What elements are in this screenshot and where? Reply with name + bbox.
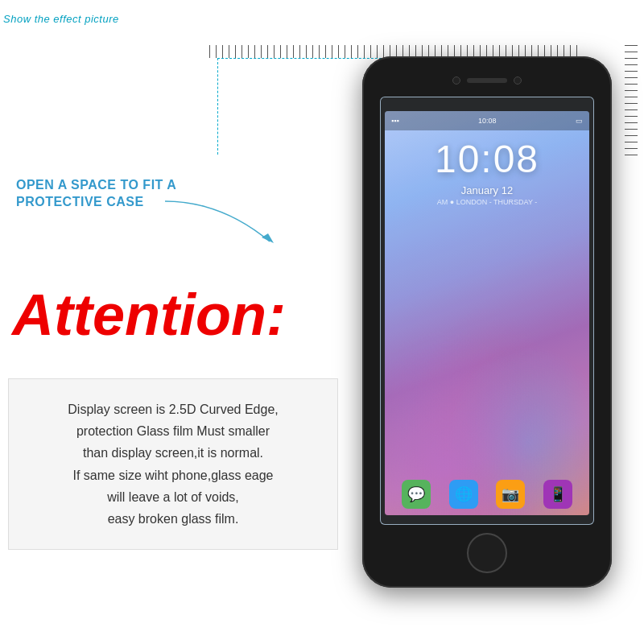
home-button (467, 533, 507, 573)
status-left-icons: ▪▪▪ (391, 117, 399, 125)
light-sensor (514, 76, 522, 85)
phone-container: ▪▪▪ 10:08 ▭ 10:08 January 12 AM ● LONDON… (354, 48, 620, 596)
ruler-right (625, 45, 638, 158)
status-bar: ▪▪▪ 10:08 ▭ (385, 111, 589, 130)
speaker-grille (467, 78, 507, 83)
phone-top (447, 72, 527, 89)
app-icon-3: 📷 (496, 480, 525, 509)
phone-screen: ▪▪▪ 10:08 ▭ 10:08 January 12 AM ● LONDON… (385, 111, 589, 515)
app-icon-1: 💬 (402, 480, 431, 509)
show-effect-link[interactable]: Show the effect picture (3, 13, 119, 25)
arrow-svg (157, 193, 286, 258)
clock-display: 10:08 January 12 AM ● LONDON - THURSDAY … (385, 137, 589, 206)
front-camera (452, 76, 460, 85)
status-time: 10:08 (478, 117, 497, 125)
app-icon-4: 📱 (543, 480, 572, 509)
clock-sub: AM ● LONDON - THURSDAY - (385, 198, 589, 206)
app-dock: 💬 🌐 📷 📱 (385, 480, 589, 509)
app-icon-2: 🌐 (449, 480, 478, 509)
description-box: Display screen is 2.5D Curved Edge, prot… (8, 378, 338, 550)
signal-icon: ▪▪▪ (391, 117, 399, 125)
smoke-effect (385, 273, 589, 515)
attention-heading: Attention: (12, 282, 286, 348)
description-text: Display screen is 2.5D Curved Edge, prot… (25, 398, 321, 530)
clock-time: 10:08 (385, 137, 589, 181)
phone-case: ▪▪▪ 10:08 ▭ 10:08 January 12 AM ● LONDON… (362, 56, 612, 588)
svg-marker-0 (262, 233, 274, 243)
dashed-line-left (217, 58, 218, 155)
clock-date: January 12 (385, 184, 589, 196)
battery-icon: ▭ (576, 117, 583, 125)
status-right-icons: ▭ (576, 117, 583, 125)
